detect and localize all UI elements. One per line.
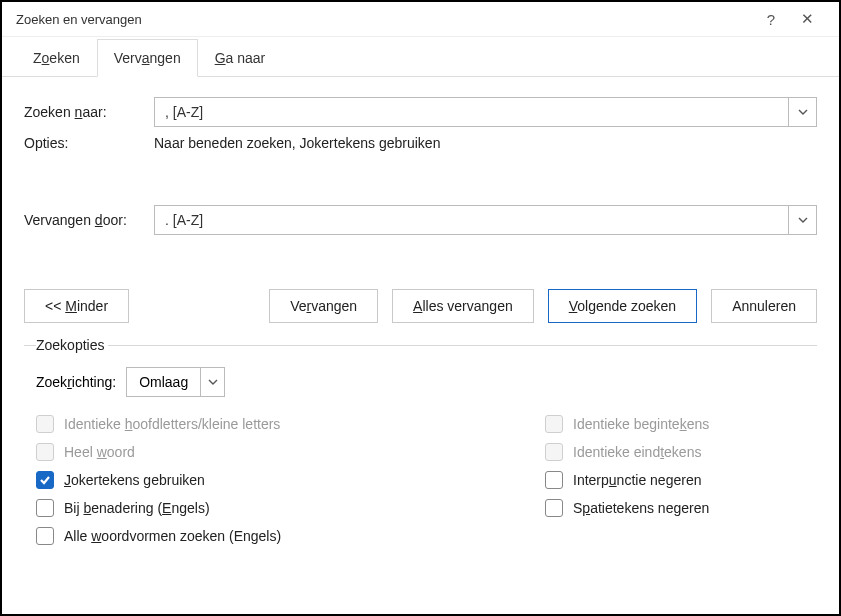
direction-row: Zoekrichting: Omlaag bbox=[36, 367, 805, 397]
chevron-down-icon bbox=[200, 368, 224, 396]
checkbox-icon bbox=[545, 443, 563, 461]
check-ignore-white[interactable]: Spatietekens negeren bbox=[545, 499, 805, 517]
check-sounds-like[interactable]: Bij benadering (Engels) bbox=[36, 499, 545, 517]
replace-dropdown-icon[interactable] bbox=[789, 205, 817, 235]
checkbox-icon bbox=[36, 527, 54, 545]
replace-row: Vervangen door: bbox=[24, 205, 817, 235]
find-dropdown-icon[interactable] bbox=[789, 97, 817, 127]
direction-value: Omlaag bbox=[127, 374, 200, 390]
replace-all-button[interactable]: Alles vervangen bbox=[392, 289, 534, 323]
find-next-button[interactable]: Volgende zoeken bbox=[548, 289, 697, 323]
checkbox-icon bbox=[36, 415, 54, 433]
search-options-group: Zoekopties Zoekrichting: Omlaag Identiek… bbox=[24, 337, 817, 551]
options-row: Opties: Naar beneden zoeken, Jokertekens… bbox=[24, 135, 817, 151]
dialog-title: Zoeken en vervangen bbox=[16, 12, 753, 27]
direction-select[interactable]: Omlaag bbox=[126, 367, 225, 397]
tab-goto[interactable]: Ga naar bbox=[198, 39, 283, 76]
find-row: Zoeken naar: bbox=[24, 97, 817, 127]
search-options-legend: Zoekopties bbox=[36, 337, 108, 353]
help-icon[interactable]: ? bbox=[753, 11, 789, 28]
checkbox-icon bbox=[545, 499, 563, 517]
checks-grid: Identieke hoofdletters/kleine letters He… bbox=[36, 415, 805, 545]
replace-button[interactable]: Vervangen bbox=[269, 289, 378, 323]
check-match-suffix: Identieke eindtekens bbox=[545, 443, 805, 461]
replace-input[interactable] bbox=[154, 205, 789, 235]
check-match-prefix: Identieke begintekens bbox=[545, 415, 805, 433]
check-whole-word: Heel woord bbox=[36, 443, 545, 461]
checkbox-icon bbox=[36, 443, 54, 461]
check-all-forms[interactable]: Alle woordvormen zoeken (Engels) bbox=[36, 527, 545, 545]
button-row: << Minder Vervangen Alles vervangen Volg… bbox=[24, 289, 817, 323]
checkbox-icon bbox=[36, 499, 54, 517]
close-icon[interactable]: ✕ bbox=[789, 10, 825, 28]
find-label: Zoeken naar: bbox=[24, 104, 154, 120]
cancel-button[interactable]: Annuleren bbox=[711, 289, 817, 323]
check-match-case: Identieke hoofdletters/kleine letters bbox=[36, 415, 545, 433]
check-ignore-punct[interactable]: Interpunctie negeren bbox=[545, 471, 805, 489]
tab-strip: Zoeken Vervangen Ga naar bbox=[2, 37, 839, 77]
content: Zoeken naar: Opties: Naar beneden zoeken… bbox=[2, 77, 839, 565]
checkbox-icon bbox=[545, 471, 563, 489]
direction-label: Zoekrichting: bbox=[36, 374, 116, 390]
titlebar: Zoeken en vervangen ? ✕ bbox=[2, 2, 839, 37]
tab-search[interactable]: Zoeken bbox=[16, 39, 97, 76]
less-button[interactable]: << Minder bbox=[24, 289, 129, 323]
options-text: Naar beneden zoeken, Jokertekens gebruik… bbox=[154, 135, 440, 151]
replace-combo bbox=[154, 205, 817, 235]
check-wildcards[interactable]: Jokertekens gebruiken bbox=[36, 471, 545, 489]
find-input[interactable] bbox=[154, 97, 789, 127]
tab-replace[interactable]: Vervangen bbox=[97, 39, 198, 77]
find-combo bbox=[154, 97, 817, 127]
options-label: Opties: bbox=[24, 135, 154, 151]
replace-label: Vervangen door: bbox=[24, 212, 154, 228]
checkbox-icon bbox=[545, 415, 563, 433]
checkbox-checked-icon bbox=[36, 471, 54, 489]
